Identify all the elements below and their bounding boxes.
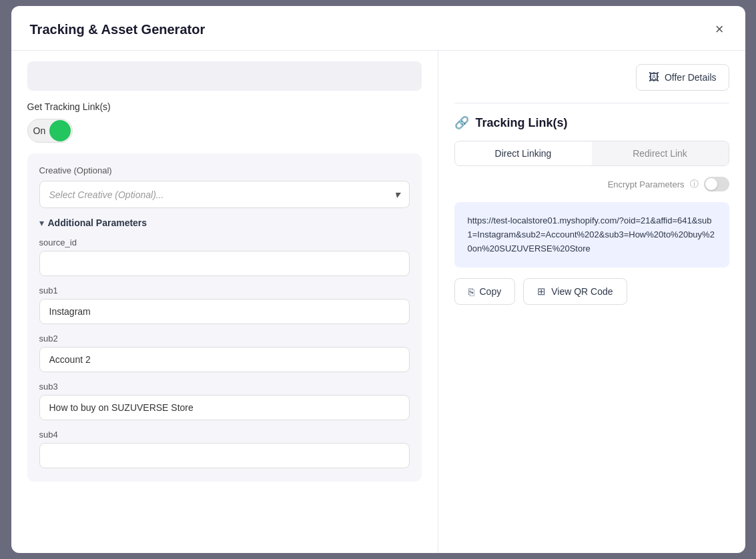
modal-overlay: Tracking & Asset Generator × Get Trackin… bbox=[0, 0, 756, 559]
close-button[interactable]: × bbox=[713, 19, 727, 39]
toggle-row: On bbox=[27, 119, 422, 143]
chevron-icon: ▾ bbox=[39, 217, 44, 228]
tracking-links-section: 🔗 Tracking Link(s) Direct Linking Redire… bbox=[454, 115, 729, 305]
source-id-label: source_id bbox=[39, 237, 410, 247]
toggle-container[interactable]: On bbox=[27, 119, 73, 143]
creative-label: Creative (Optional) bbox=[39, 165, 410, 175]
params-fields: source_id sub1 sub2 bbox=[39, 237, 410, 468]
sub1-label: sub1 bbox=[39, 286, 410, 296]
sub1-input[interactable] bbox=[39, 299, 410, 324]
sub3-label: sub3 bbox=[39, 382, 410, 392]
field-group-sub1: sub1 bbox=[39, 286, 410, 324]
modal: Tracking & Asset Generator × Get Trackin… bbox=[11, 6, 745, 553]
modal-header: Tracking & Asset Generator × bbox=[11, 6, 745, 51]
source-id-input[interactable] bbox=[39, 251, 410, 276]
additional-params-toggle[interactable]: ▾ Additional Parameters bbox=[39, 217, 410, 228]
modal-title: Tracking & Asset Generator bbox=[30, 22, 206, 37]
tracking-section: Get Tracking Link(s) On bbox=[27, 101, 422, 143]
info-icon[interactable]: ⓘ bbox=[690, 178, 699, 190]
offer-icon: 🖼 bbox=[649, 71, 659, 83]
sub3-input[interactable] bbox=[39, 395, 410, 420]
encrypt-label: Encrypt Parameters bbox=[608, 179, 685, 189]
field-group-sub2: sub2 bbox=[39, 334, 410, 372]
offer-details-label: Offer Details bbox=[665, 72, 717, 83]
copy-button[interactable]: ⎘ Copy bbox=[454, 278, 516, 305]
link-type-tabs: Direct Linking Redirect Link bbox=[454, 141, 729, 166]
action-buttons: ⎘ Copy ⊞ View QR Code bbox=[454, 278, 729, 305]
creative-select[interactable]: Select Creative (Optional)... ▾ bbox=[39, 181, 410, 208]
additional-params-title: Additional Parameters bbox=[48, 217, 147, 228]
tab-redirect-link[interactable]: Redirect Link bbox=[592, 141, 729, 165]
offer-details-button[interactable]: 🖼 Offer Details bbox=[636, 64, 729, 91]
tracking-link-label: Get Tracking Link(s) bbox=[27, 101, 422, 112]
field-group-source-id: source_id bbox=[39, 237, 410, 276]
tracking-url-box: https://test-localstore01.myshopify.com/… bbox=[454, 202, 729, 267]
form-card: Creative (Optional) Select Creative (Opt… bbox=[27, 153, 422, 482]
link-icon: 🔗 bbox=[454, 115, 469, 130]
qr-label: View QR Code bbox=[551, 286, 613, 297]
top-bar-placeholder bbox=[27, 61, 422, 91]
tracking-links-header: 🔗 Tracking Link(s) bbox=[454, 115, 729, 130]
creative-placeholder: Select Creative (Optional)... bbox=[49, 189, 164, 200]
creative-section: Creative (Optional) Select Creative (Opt… bbox=[39, 165, 410, 208]
qr-icon: ⊞ bbox=[537, 286, 546, 298]
encrypt-toggle[interactable] bbox=[704, 177, 729, 191]
sub2-input[interactable] bbox=[39, 347, 410, 372]
modal-body: Get Tracking Link(s) On Creative (Option… bbox=[11, 51, 745, 553]
encrypt-row: Encrypt Parameters ⓘ bbox=[454, 177, 729, 191]
sub4-label: sub4 bbox=[39, 430, 410, 440]
view-qr-button[interactable]: ⊞ View QR Code bbox=[523, 278, 627, 305]
sub4-input[interactable] bbox=[39, 443, 410, 468]
chevron-down-icon: ▾ bbox=[394, 188, 400, 201]
field-group-sub4: sub4 bbox=[39, 430, 410, 468]
tracking-links-title: Tracking Link(s) bbox=[476, 116, 568, 130]
toggle-circle[interactable] bbox=[49, 120, 71, 141]
copy-icon: ⎘ bbox=[468, 286, 474, 298]
copy-label: Copy bbox=[480, 286, 502, 297]
field-group-sub3: sub3 bbox=[39, 382, 410, 420]
left-panel: Get Tracking Link(s) On Creative (Option… bbox=[11, 51, 438, 553]
toggle-on-label: On bbox=[33, 125, 46, 136]
sub2-label: sub2 bbox=[39, 334, 410, 344]
section-divider bbox=[454, 103, 729, 103]
right-panel: 🖼 Offer Details 🔗 Tracking Link(s) Direc… bbox=[438, 51, 745, 553]
tab-direct-linking[interactable]: Direct Linking bbox=[455, 141, 592, 165]
additional-params-section: ▾ Additional Parameters bbox=[39, 217, 410, 228]
